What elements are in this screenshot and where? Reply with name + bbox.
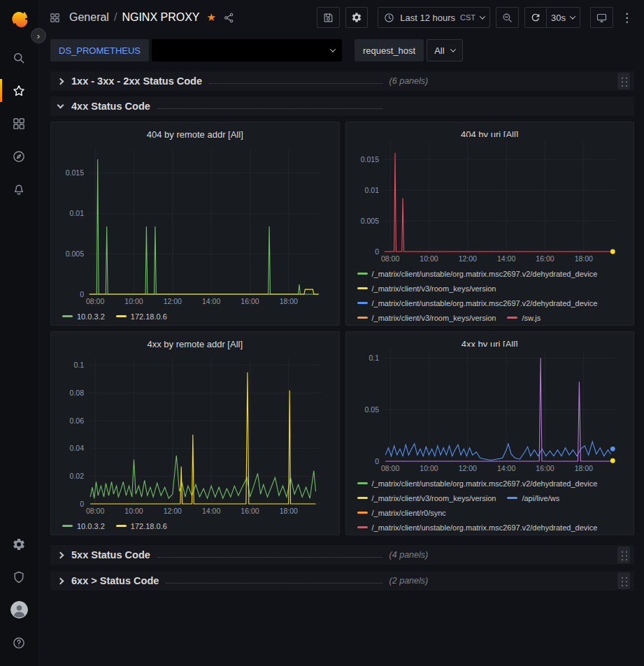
series-color-dash bbox=[357, 526, 368, 528]
save-dashboard-button[interactable] bbox=[317, 7, 340, 28]
sidebar-item-help[interactable] bbox=[0, 626, 38, 659]
row-drag-handle[interactable] bbox=[617, 546, 630, 563]
request-host-variable-label[interactable]: request_host bbox=[355, 39, 424, 61]
row-header-6xx[interactable]: 6xx > Status Code (2 panels) bbox=[50, 571, 634, 591]
share-icon[interactable] bbox=[223, 12, 235, 24]
series-label: /_matrix/client/unstable/org.matrix.msc2… bbox=[372, 523, 598, 532]
legend-item[interactable]: /_matrix/client/unstable/org.matrix.msc2… bbox=[357, 523, 598, 532]
legend-row: /_matrix/client/v3/room_keys/version/api… bbox=[357, 491, 626, 505]
svg-text:0.05: 0.05 bbox=[364, 405, 379, 414]
series-color-dash bbox=[116, 315, 127, 317]
legend-row: /_matrix/client/v3/room_keys/version bbox=[357, 281, 626, 296]
row-panel-count: (6 panels) bbox=[389, 76, 429, 86]
panel-title[interactable]: 4xx by uri [All] bbox=[353, 334, 627, 347]
refresh-button[interactable] bbox=[524, 7, 547, 28]
monitor-icon bbox=[596, 12, 608, 24]
sidebar-item-explore[interactable] bbox=[0, 140, 38, 173]
breadcrumb[interactable]: General / NGINX PROXY bbox=[69, 11, 200, 24]
sidebar-nav-bottom bbox=[0, 528, 38, 659]
row-header-4xx[interactable]: 4xx Status Code bbox=[50, 96, 634, 116]
sidebar-item-search[interactable] bbox=[0, 41, 38, 74]
request-host-value: All bbox=[434, 45, 444, 56]
sidebar-item-starred[interactable] bbox=[0, 74, 38, 107]
svg-text:0.06: 0.06 bbox=[70, 417, 85, 425]
legend-item[interactable]: /_matrix/client/v3/room_keys/version bbox=[357, 314, 496, 322]
sidebar-expand-button[interactable]: › bbox=[31, 28, 46, 43]
legend-item[interactable]: /_matrix/client/r0/sync bbox=[357, 509, 446, 517]
datasource-value-dropdown[interactable] bbox=[152, 39, 342, 61]
panel-title[interactable]: 4xx by remote addr [All] bbox=[58, 334, 332, 354]
legend-item[interactable]: 172.18.0.6 bbox=[116, 522, 167, 530]
series-color-dash bbox=[62, 525, 73, 527]
series-label: 172.18.0.6 bbox=[131, 312, 167, 321]
chevron-down-icon bbox=[570, 13, 575, 19]
chart-legend: /_matrix/client/unstable/org.matrix.msc2… bbox=[353, 264, 627, 325]
time-range-picker[interactable]: Last 12 hours CST bbox=[378, 7, 490, 28]
breadcrumb-section[interactable]: General bbox=[69, 11, 109, 24]
breadcrumb-separator: / bbox=[114, 11, 117, 24]
dashboard-panels-area: 1xx - 3xx - 2xx Status Code (6 panels) 4… bbox=[38, 66, 644, 666]
grip-dots-icon bbox=[620, 575, 628, 587]
legend-item[interactable]: /_matrix/client/unstable/org.matrix.msc2… bbox=[357, 299, 598, 307]
chevron-down-icon bbox=[57, 101, 64, 108]
legend-item[interactable]: /sw.js bbox=[507, 314, 541, 322]
sidebar-item-profile[interactable] bbox=[0, 593, 38, 626]
dashboard-variables-bar: DS_PROMETHEUS request_host All bbox=[38, 35, 644, 66]
zoom-out-button[interactable] bbox=[496, 7, 519, 28]
svg-text:18:00: 18:00 bbox=[574, 254, 592, 263]
panel-4xx-by-remote-addr: 4xx by remote addr [All] 00.020.040.060.… bbox=[50, 331, 340, 535]
legend-item[interactable]: /_matrix/client/unstable/org.matrix.msc2… bbox=[357, 270, 598, 278]
row-header-1xx-3xx-2xx[interactable]: 1xx - 3xx - 2xx Status Code (6 panels) bbox=[50, 71, 634, 91]
chart-legend: 10.0.3.2172.18.0.6 bbox=[58, 307, 332, 324]
panel-title[interactable]: 404 by remote addr [All] bbox=[58, 124, 332, 145]
datasource-variable-label[interactable]: DS_PROMETHEUS bbox=[50, 39, 149, 61]
series-label: /api/live/ws bbox=[522, 494, 559, 502]
panel-4xx-by-uri: 4xx by uri [All] 00.050.108:0010:0012:00… bbox=[345, 331, 635, 535]
row-drag-handle[interactable] bbox=[617, 572, 630, 589]
legend-item[interactable]: 10.0.3.2 bbox=[62, 522, 105, 530]
grafana-logo[interactable] bbox=[6, 6, 31, 31]
dashboard-title[interactable]: NGINX PROXY bbox=[122, 11, 199, 24]
tv-mode-button[interactable] bbox=[590, 7, 613, 28]
more-options-button[interactable]: ⋮ bbox=[619, 10, 635, 25]
svg-text:08:00: 08:00 bbox=[380, 464, 399, 472]
row-title: 6xx > Status Code bbox=[71, 575, 159, 586]
legend-item[interactable]: /_matrix/client/v3/room_keys/version bbox=[357, 494, 496, 502]
series-color-dash bbox=[357, 482, 368, 484]
sidebar-item-dashboards[interactable] bbox=[0, 107, 38, 140]
refresh-interval-label: 30s bbox=[551, 13, 566, 23]
refresh-interval-dropdown[interactable]: 30s bbox=[546, 7, 580, 28]
chevron-down-icon bbox=[450, 46, 455, 52]
time-series-chart[interactable]: 00.0050.010.01508:0010:0012:0014:0016:00… bbox=[58, 145, 332, 307]
sidebar-item-alerting[interactable] bbox=[0, 173, 38, 205]
legend-item[interactable]: 10.0.3.2 bbox=[62, 312, 105, 321]
dashboard-settings-button[interactable] bbox=[345, 7, 368, 28]
grip-dots-icon bbox=[620, 549, 628, 561]
time-range-label: Last 12 hours bbox=[400, 13, 455, 23]
time-series-chart[interactable]: 00.050.108:0010:0012:0014:0016:0018:00 bbox=[353, 347, 627, 474]
sidebar-nav-top bbox=[0, 41, 38, 205]
star-icon bbox=[12, 84, 26, 98]
legend-item[interactable]: 172.18.0.6 bbox=[116, 312, 167, 321]
legend-item[interactable]: /api/live/ws bbox=[507, 494, 559, 502]
svg-text:12:00: 12:00 bbox=[164, 297, 182, 305]
time-series-chart[interactable]: 00.020.040.060.080.108:0010:0012:0014:00… bbox=[58, 354, 332, 516]
time-series-chart[interactable]: 00.0050.010.01508:0010:0012:0014:0016:00… bbox=[353, 137, 627, 264]
legend-row: /_matrix/client/unstable/org.matrix.msc2… bbox=[357, 296, 626, 310]
svg-text:14:00: 14:00 bbox=[496, 464, 515, 472]
request-host-value-dropdown[interactable]: All bbox=[427, 39, 462, 61]
row-title: 4xx Status Code bbox=[71, 101, 150, 112]
favorite-star-icon[interactable]: ★ bbox=[207, 11, 216, 24]
dashboards-grid-icon bbox=[12, 117, 26, 131]
series-color-dash bbox=[507, 317, 517, 319]
svg-text:16:00: 16:00 bbox=[241, 297, 259, 305]
svg-text:12:00: 12:00 bbox=[458, 254, 476, 263]
legend-item[interactable]: /_matrix/client/v3/room_keys/version bbox=[357, 284, 496, 293]
series-color-dash bbox=[357, 302, 368, 304]
row-header-5xx[interactable]: 5xx Status Code (4 panels) bbox=[50, 545, 634, 565]
sidebar-item-configuration[interactable] bbox=[0, 528, 38, 560]
legend-item[interactable]: /_matrix/client/unstable/org.matrix.msc2… bbox=[357, 479, 598, 488]
panel-title[interactable]: 404 by uri [All] bbox=[353, 124, 627, 137]
row-drag-handle[interactable] bbox=[617, 73, 630, 89]
sidebar-item-server-admin[interactable] bbox=[0, 560, 38, 593]
